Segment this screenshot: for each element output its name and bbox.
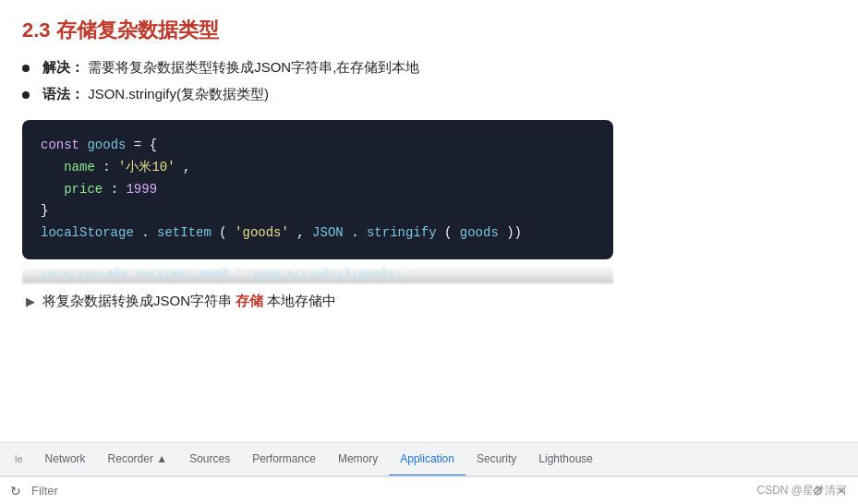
- bullet-text-1: 解决： 需要将复杂数据类型转换成JSON字符串,在存储到本地: [42, 59, 419, 77]
- fn-setitem: setItem: [157, 225, 211, 240]
- bullet-label-2: 语法：: [42, 86, 84, 102]
- main-content: 2.3 存储复杂数据类型 解决： 需要将复杂数据类型转换成JSON字符串,在存储…: [0, 0, 858, 310]
- code-line-2: name : '小米10' ,: [41, 157, 595, 179]
- code-line-3: price : 1999: [41, 179, 595, 201]
- tab-security[interactable]: Security: [465, 443, 527, 476]
- var-goods-arg: goods: [460, 225, 499, 240]
- bullet-content-1: 需要将复杂数据类型转换成JSON字符串,在存储到本地: [88, 59, 419, 75]
- bullet-list: 解决： 需要将复杂数据类型转换成JSON字符串,在存储到本地 语法： JSON.…: [22, 59, 836, 103]
- tab-network[interactable]: Network: [34, 443, 97, 476]
- devtools-tabs: le Network Recorder ▲ Sources Performanc…: [0, 443, 858, 476]
- bullet-content-2: JSON.stringify(复杂数据类型): [88, 86, 269, 102]
- tab-sources[interactable]: Sources: [178, 443, 241, 476]
- prop-price: price: [64, 182, 103, 197]
- tab-lighthouse[interactable]: Lighthouse: [527, 443, 604, 476]
- bullet-label-1: 解决：: [42, 59, 84, 75]
- tab-performance[interactable]: Performance: [241, 443, 327, 476]
- bottom-text-highlight: 存储: [236, 293, 263, 310]
- reload-icon[interactable]: ↻: [7, 483, 24, 499]
- fn-json: JSON: [312, 225, 344, 240]
- str-goods-key: 'goods': [235, 225, 289, 240]
- bullet-dot-2: [22, 91, 30, 99]
- devtools-filter-row: ↻ ⊘ × CSDN @星梦清河: [0, 476, 858, 504]
- bullet-item-2: 语法： JSON.stringify(复杂数据类型): [22, 86, 836, 103]
- code-line-5: localStorage . setItem ( 'goods' , JSON …: [41, 222, 595, 245]
- str-xiaomi: '小米10': [118, 160, 175, 174]
- code-line-4: }: [41, 200, 595, 222]
- csdn-watermark: CSDN @星梦清河: [756, 483, 847, 498]
- code-reflection: localStorage.setItem('Boog', JSON.string…: [22, 267, 613, 283]
- bullet-dot: [22, 65, 30, 72]
- code-block: const goods = { name : '小米10' , price : …: [22, 120, 613, 259]
- bullet-text-2: 语法： JSON.stringify(复杂数据类型): [42, 86, 269, 103]
- bottom-text-suffix: 本地存储中: [267, 293, 336, 310]
- filter-input[interactable]: [31, 484, 530, 498]
- fn-localstorage: localStorage: [41, 225, 134, 240]
- var-goods: goods: [87, 138, 126, 152]
- num-1999: 1999: [126, 182, 157, 197]
- fn-stringify: stringify: [367, 225, 437, 240]
- prop-name: name: [64, 160, 95, 174]
- bottom-text-prefix: 将复杂数据转换成JSON字符串: [42, 293, 232, 310]
- tab-application[interactable]: Application: [389, 443, 465, 476]
- bottom-text: ▶ 将复杂数据转换成JSON字符串 存储 本地存储中: [22, 293, 836, 310]
- tab-le[interactable]: le: [4, 443, 34, 476]
- tab-recorder[interactable]: Recorder ▲: [97, 443, 179, 476]
- devtools-bar: le Network Recorder ▲ Sources Performanc…: [0, 442, 858, 504]
- bullet-item-1: 解决： 需要将复杂数据类型转换成JSON字符串,在存储到本地: [22, 59, 836, 77]
- arrow-icon: ▶: [26, 294, 35, 308]
- code-line-1: const goods = {: [41, 135, 595, 157]
- section-title: 2.3 存储复杂数据类型: [22, 17, 836, 44]
- tab-memory[interactable]: Memory: [327, 443, 389, 476]
- keyword-const: const: [41, 138, 79, 152]
